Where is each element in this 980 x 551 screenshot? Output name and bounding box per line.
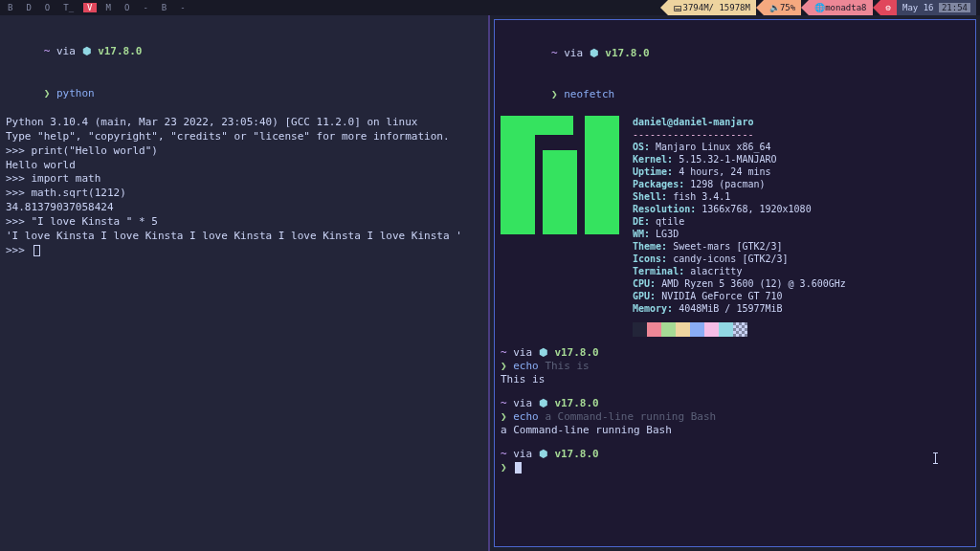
neofetch-row: Memory: 4048MiB / 15977MiB	[633, 302, 969, 315]
color-swatch	[647, 322, 661, 337]
node-version: v17.8.0	[605, 47, 649, 59]
prompt-line: ❯ neofetch	[501, 75, 969, 116]
workspace-tag[interactable]: B	[4, 3, 16, 12]
workspace-tag[interactable]: M	[102, 3, 115, 12]
memory-widget[interactable]: 🖴 3794M/ 15978M	[668, 0, 755, 15]
neofetch-row: WM: LG3D	[633, 228, 969, 240]
time-text: 21:54	[939, 3, 970, 12]
node-version: v17.8.0	[98, 45, 142, 57]
command-python: python	[56, 87, 95, 99]
prompt-context: ~ via ⬢ v17.8.0	[501, 448, 969, 461]
cursor-block	[515, 462, 522, 474]
neofetch-row: OS: Manjaro Linux x86_64	[633, 141, 969, 153]
repl-line: 'I love Kinsta I love Kinsta I love Kins…	[6, 230, 482, 244]
neofetch-row: Uptime: 4 hours, 24 mins	[633, 165, 969, 178]
repl-line: >>> import math	[6, 172, 482, 187]
repl-line: Python 3.10.4 (main, Mar 23 2022, 23:05:…	[6, 116, 482, 130]
hostname: daniel@daniel-manjaro	[633, 116, 969, 128]
workspace-tag[interactable]: O	[121, 3, 133, 12]
cursor-outline	[33, 245, 40, 256]
clock-widget[interactable]: May 16 21:54	[897, 0, 976, 15]
command-neofetch: neofetch	[564, 88, 614, 100]
echo-output: a Command-line running Bash	[501, 424, 969, 437]
repl-line: >>> print("Hello world")	[6, 144, 482, 159]
manjaro-logo	[501, 116, 619, 234]
workspace-tag[interactable]: -	[139, 3, 151, 12]
separator: ---------------------	[633, 128, 969, 141]
desktop: ~ via ⬢ v17.8.0 ❯ python Python 3.10.4 (…	[0, 15, 980, 551]
text-cursor-beam	[935, 452, 936, 464]
prompt-context: ~ via ⬢ v17.8.0	[501, 397, 969, 410]
date-text: May 16	[902, 3, 934, 12]
color-swatch	[704, 322, 719, 337]
neofetch-info: daniel@daniel-manjaro ------------------…	[633, 116, 969, 315]
volume-widget[interactable]: 🔈 75%	[764, 0, 801, 15]
repl-line: >>> "I love Kinsta " * 5	[6, 215, 482, 230]
tray-icon[interactable]: ⚙	[880, 0, 897, 15]
neofetch-row: Packages: 1298 (pacman)	[633, 178, 969, 190]
prompt-line: ❯ echo a Command-line running Bash	[501, 410, 969, 424]
python-repl-output: Python 3.10.4 (main, Mar 23 2022, 23:05:…	[6, 116, 482, 257]
color-swatch	[719, 322, 733, 337]
color-swatches	[633, 322, 969, 337]
echo-arg: This is	[545, 360, 589, 372]
workspace-list: BDOT_VMO-B-	[4, 3, 189, 12]
neofetch-row: Icons: candy-icons [GTK2/3]	[633, 253, 969, 265]
neofetch-row: CPU: AMD Ryzen 5 3600 (12) @ 3.600GHz	[633, 277, 969, 290]
workspace-tag[interactable]: T_	[59, 3, 78, 12]
command-echo: echo	[513, 410, 539, 423]
prompt-line: ❯ echo This is	[501, 360, 969, 373]
terminal-right[interactable]: ~ via ⬢ v17.8.0 ❯ neofetch daniel@daniel…	[494, 19, 976, 547]
neofetch-row: Theme: Sweet-mars [GTK2/3]	[633, 240, 969, 253]
network-widget[interactable]: 🌐 monadta8	[809, 0, 872, 15]
echo-arg: a Command-line running Bash	[545, 410, 716, 423]
neofetch-output: daniel@daniel-manjaro ------------------…	[501, 116, 969, 315]
prompt-context: ~ via ⬢ v17.8.0	[6, 31, 482, 74]
network-text: monadta8	[825, 3, 866, 12]
color-swatch	[676, 322, 690, 337]
prompt-line: ❯ python	[6, 74, 482, 117]
neofetch-row: Kernel: 5.15.32-1-MANJARO	[633, 153, 969, 165]
color-swatch	[661, 322, 676, 337]
memory-text: 3794M/ 15978M	[682, 3, 749, 12]
prompt-line[interactable]: ❯	[501, 461, 969, 474]
status-tray: 🖴 3794M/ 15978M 🔈 75% 🌐 monadta8 ⚙ May 1…	[660, 0, 976, 15]
workspace-tag[interactable]: O	[41, 3, 54, 12]
workspace-tag[interactable]: B	[158, 3, 170, 12]
terminal-left[interactable]: ~ via ⬢ v17.8.0 ❯ python Python 3.10.4 (…	[0, 15, 490, 551]
color-swatch	[690, 322, 704, 337]
workspace-tag[interactable]: -	[176, 3, 189, 12]
workspace-tag[interactable]: D	[22, 3, 34, 12]
command-echo: echo	[513, 360, 539, 372]
prompt-context: ~ via ⬢ v17.8.0	[501, 33, 969, 75]
volume-text: 75%	[780, 3, 795, 12]
top-panel: BDOT_VMO-B- 🖴 3794M/ 15978M 🔈 75% 🌐 mona…	[0, 0, 980, 15]
repl-line: Hello world	[6, 159, 482, 173]
neofetch-row: Resolution: 1366x768, 1920x1080	[633, 203, 969, 215]
workspace-tag[interactable]: V	[83, 3, 96, 12]
prompt-context: ~ via ⬢ v17.8.0	[501, 346, 969, 360]
repl-line: >>> math.sqrt(1212)	[6, 187, 482, 201]
neofetch-row: GPU: NVIDIA GeForce GT 710	[633, 290, 969, 302]
neofetch-row: Terminal: alacritty	[633, 265, 969, 277]
neofetch-row: DE: qtile	[633, 215, 969, 228]
color-swatch	[633, 322, 647, 337]
repl-line: Type "help", "copyright", "credits" or "…	[6, 130, 482, 144]
echo-output: This is	[501, 373, 969, 386]
neofetch-row: Shell: fish 3.4.1	[633, 190, 969, 203]
color-swatch	[733, 322, 747, 337]
repl-line: >>>	[6, 244, 482, 258]
repl-line: 34.81379037058424	[6, 201, 482, 215]
